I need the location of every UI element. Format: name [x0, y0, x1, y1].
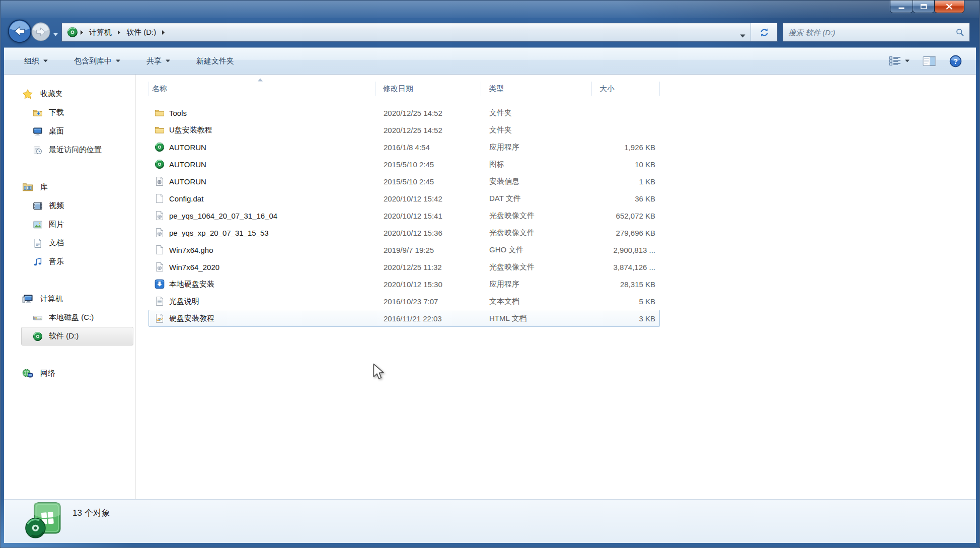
toolbar-new-folder-button[interactable]: 新建文件夹 — [196, 56, 234, 66]
html-doc-icon: e — [155, 313, 165, 323]
file-type: DAT 文件 — [482, 194, 592, 203]
toolbar-right: ? — [889, 48, 962, 74]
sidebar-item-documents[interactable]: 文档 — [21, 234, 133, 252]
breadcrumb-separator-icon — [117, 30, 121, 35]
file-name: AUTORUN — [149, 176, 376, 186]
sidebar: 收藏夹下载桌面最近访问的位置库视频图片文档音乐计算机本地磁盘 (C:)软件 (D… — [4, 75, 136, 500]
chevron-down-icon — [43, 59, 48, 62]
file-row[interactable]: Win7x64.gho2019/9/7 19:25GHO 文件2,900,813… — [148, 241, 660, 258]
mouse-cursor — [372, 363, 386, 382]
file-row[interactable]: 光盘说明2016/10/23 7:07文本文档5 KB — [148, 293, 660, 310]
sidebar-group-label: 网络 — [40, 369, 55, 378]
close-button[interactable] — [934, 0, 964, 13]
file-row[interactable]: AUTORUN2015/5/10 2:45图标10 KB — [148, 156, 660, 173]
toolbar-organize-button[interactable]: 组织 — [24, 56, 48, 66]
minimize-icon — [898, 4, 905, 10]
file-row[interactable]: e硬盘安装教程2016/11/21 22:03HTML 文档3 KB — [148, 310, 660, 327]
file-size: 279,696 KB — [592, 229, 660, 237]
column-header-date[interactable]: 修改日期 — [375, 82, 481, 96]
sidebar-item-videos[interactable]: 视频 — [21, 196, 133, 215]
file-row[interactable]: U盘安装教程2020/12/25 14:52文件夹 — [148, 121, 660, 139]
toolbar-include-in-library-button[interactable]: 包含到库中 — [74, 56, 120, 66]
blue-installer-icon — [155, 279, 165, 289]
column-header-type[interactable]: 类型 — [481, 82, 592, 96]
chevron-down-icon — [116, 59, 120, 62]
file-name-label: Win7x64.gho — [169, 246, 213, 254]
sidebar-item-label: 最近访问的位置 — [49, 145, 102, 155]
sidebar-group-computer[interactable]: 计算机 — [4, 290, 135, 308]
sidebar-item-drive-c[interactable]: 本地磁盘 (C:) — [21, 308, 133, 327]
maximize-button[interactable] — [913, 0, 935, 13]
file-name: 本地硬盘安装 — [149, 279, 376, 289]
folder-icon — [155, 108, 165, 118]
breadcrumb: 计算机软件 (D:) — [79, 28, 166, 37]
file-row[interactable]: Config.dat2020/10/12 15:42DAT 文件36 KB — [148, 190, 660, 207]
file-name: pe_yqs_xp_20_07_31_15_53 — [149, 228, 376, 238]
status-bar: 13 个对象 — [4, 499, 976, 543]
file-date: 2015/5/10 2:45 — [376, 160, 482, 169]
sidebar-item-drive-d[interactable]: 软件 (D:) — [21, 327, 133, 346]
preview-pane-button[interactable] — [923, 56, 936, 66]
file-row[interactable]: pe_yqs_1064_20_07_31_16_042020/10/12 15:… — [148, 207, 660, 224]
sidebar-item-recent-places[interactable]: 最近访问的位置 — [21, 141, 133, 159]
drive-install-icon — [23, 501, 63, 541]
sidebar-group-favorites[interactable]: 收藏夹 — [4, 85, 135, 103]
file-type: 安装信息 — [482, 177, 592, 186]
toolbar-buttons: 组织包含到库中共享新建文件夹 — [4, 56, 234, 66]
address-group: 计算机软件 (D:) — [61, 23, 778, 42]
file-date: 2020/12/25 14:52 — [376, 109, 482, 117]
file-row[interactable]: Win7x64_20202020/12/25 11:32光盘映像文件3,874,… — [148, 258, 660, 276]
breadcrumb-item-computer[interactable]: 计算机 — [85, 28, 116, 37]
file-row[interactable]: Tools2020/12/25 14:52文件夹 — [148, 104, 660, 121]
item-count: 13 个对象 — [72, 507, 110, 519]
close-icon — [946, 4, 953, 10]
file-name: pe_yqs_1064_20_07_31_16_04 — [149, 211, 376, 221]
file-row[interactable]: pe_yqs_xp_20_07_31_15_532020/10/12 15:36… — [148, 224, 660, 241]
file-row[interactable]: 本地硬盘安装2020/10/12 15:30应用程序28,315 KB — [148, 276, 660, 293]
autorun-disc-icon — [155, 142, 165, 152]
refresh-button[interactable] — [750, 23, 777, 41]
pictures-icon — [33, 220, 43, 230]
minimize-button[interactable] — [890, 0, 913, 13]
sidebar-group-libraries[interactable]: 库 — [4, 178, 135, 196]
breadcrumb-separator-icon — [80, 30, 84, 35]
file-name: Win7x64.gho — [149, 245, 376, 255]
address-bar[interactable]: 计算机软件 (D:) — [62, 23, 750, 41]
search-icon[interactable] — [955, 28, 964, 37]
file-row[interactable]: AUTORUN2016/1/8 4:54应用程序1,926 KB — [148, 139, 660, 156]
file-name-label: 硬盘安装教程 — [169, 314, 214, 323]
text-doc-icon — [155, 296, 165, 306]
file-list-pane[interactable]: 名称修改日期类型大小 Tools2020/12/25 14:52文件夹U盘安装教… — [136, 75, 976, 500]
star-icon — [22, 89, 33, 100]
cursor-arrow-icon — [372, 363, 386, 380]
sidebar-group-network[interactable]: 网络 — [4, 364, 135, 383]
sidebar-item-pictures[interactable]: 图片 — [21, 215, 133, 234]
toolbar-share-button[interactable]: 共享 — [146, 56, 170, 66]
sidebar-item-downloads[interactable]: 下载 — [21, 103, 133, 122]
sidebar-item-desktop[interactable]: 桌面 — [21, 122, 133, 141]
file-size: 3 KB — [592, 314, 660, 323]
sidebar-item-music[interactable]: 音乐 — [21, 252, 133, 271]
search-input[interactable] — [783, 28, 955, 37]
column-header-name[interactable]: 名称 — [148, 82, 375, 96]
file-size: 3,874,126 ... — [592, 263, 660, 271]
file-name: 光盘说明 — [149, 296, 376, 306]
toolbar-button-label: 共享 — [146, 56, 162, 66]
sidebar-item-label: 音乐 — [49, 257, 64, 266]
sidebar-item-label: 视频 — [49, 201, 64, 211]
forward-button[interactable] — [30, 21, 51, 42]
breadcrumb-item-drive-d[interactable]: 软件 (D:) — [122, 28, 161, 37]
column-header-size[interactable]: 大小 — [592, 82, 660, 96]
history-dropdown[interactable] — [52, 30, 59, 39]
help-button[interactable]: ? — [949, 55, 962, 67]
views-button[interactable] — [889, 56, 910, 66]
sidebar-item-label: 桌面 — [49, 126, 64, 136]
back-button[interactable] — [8, 19, 32, 43]
sidebar-group: 收藏夹下载桌面最近访问的位置 — [4, 85, 135, 159]
address-dropdown[interactable] — [740, 31, 745, 40]
file-type: 光盘映像文件 — [482, 228, 592, 238]
sidebar-item-label: 文档 — [49, 238, 64, 248]
file-name-label: Win7x64_2020 — [169, 263, 219, 271]
file-size: 36 KB — [592, 194, 660, 203]
file-row[interactable]: AUTORUN2015/5/10 2:45安装信息1 KB — [148, 173, 660, 190]
